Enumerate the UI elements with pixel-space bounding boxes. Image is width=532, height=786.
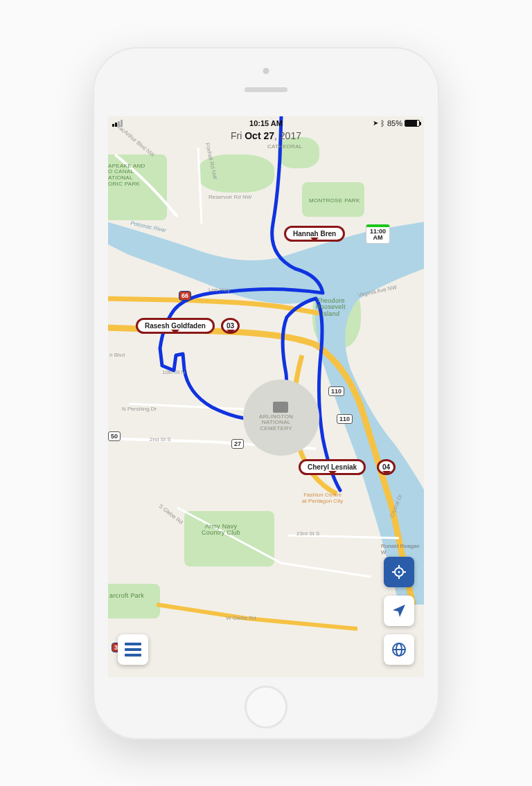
arrow-icon (391, 602, 407, 619)
label-cathedral: CATHEDRAL (267, 144, 303, 150)
globe-icon (391, 641, 407, 658)
pin-time-badge[interactable]: 11:00 AM (366, 224, 390, 244)
svg-point-1 (398, 571, 400, 573)
date-header[interactable]: Fri Oct 27, 2017 (108, 130, 424, 141)
menu-button[interactable] (118, 634, 148, 665)
label-23rd: 23rd St S (296, 530, 319, 537)
label-arlington: ARLINGTON NATIONAL CEMETERY (259, 414, 293, 432)
battery-percent: 85% (387, 119, 402, 127)
pin-hannah[interactable]: Hannah Bren (284, 226, 345, 242)
battery-icon (405, 120, 420, 127)
label-armynavy: Army Navy Country Club (202, 524, 240, 537)
label-montrose: Montrose Park (309, 198, 360, 204)
phone-speaker (245, 87, 287, 92)
pin-rasesh[interactable]: Rasesh Goldfaden (136, 318, 215, 334)
label-pentagon: Fashion Centre at Pentagon City (302, 492, 343, 504)
shield-i66: 66 (179, 291, 191, 301)
label-second: 2nd St S (150, 436, 171, 443)
label-roosevelt: Theodore Roosevelt Island (316, 298, 346, 319)
label-wglebe: W Glebe Rd (226, 615, 256, 621)
status-time: 10:15 AM (215, 119, 317, 127)
signal-bars-icon (112, 120, 123, 127)
label-chesapeake: apeake and o Canal ational oric Park (108, 163, 145, 188)
status-right: ➤ ᛒ 85% (317, 119, 420, 127)
navigate-button[interactable] (384, 596, 414, 626)
pin-rasesh-num[interactable]: 03 (221, 318, 240, 334)
label-reservoir: Reservoir Rd NW (209, 194, 251, 200)
phone-camera (263, 68, 269, 74)
label-barcroft: arcroft Park (109, 593, 144, 600)
shield-110b: 110 (337, 414, 353, 424)
locate-button[interactable] (384, 557, 414, 587)
app-screen[interactable]: 10:15 AM ➤ ᛒ 85% Fri Oct 27, 2017 (108, 116, 424, 677)
cemetery-icon (273, 402, 288, 413)
pin-cheryl[interactable]: Cheryl Lesniak (299, 459, 366, 475)
label-nblvd: n Blvd (109, 352, 125, 358)
shield-110a: 110 (328, 386, 344, 396)
label-pershing: N Pershing Dr (122, 406, 157, 412)
label-reagan: Ronald Reagan W (381, 543, 420, 555)
home-button[interactable] (245, 686, 287, 729)
date-prefix: Fri (231, 130, 245, 141)
location-icon: ➤ (373, 119, 378, 127)
shield-27: 27 (231, 439, 244, 449)
hamburger-icon (125, 643, 141, 657)
crosshair-icon (391, 564, 407, 580)
label-lee: Lee Hwy (209, 287, 230, 293)
date-main: Oct 27 (245, 130, 274, 141)
pin-time-line2: AM (370, 235, 386, 242)
phone-frame: 10:15 AM ➤ ᛒ 85% Fri Oct 27, 2017 (93, 47, 439, 740)
label-tenth: 10th St N (162, 369, 185, 375)
status-bar: 10:15 AM ➤ ᛒ 85% (108, 116, 424, 130)
pin-cheryl-num[interactable]: 04 (377, 459, 396, 475)
globe-button[interactable] (384, 634, 414, 665)
date-suffix: , 2017 (274, 130, 301, 141)
bluetooth-icon: ᛒ (380, 119, 385, 127)
shield-50: 50 (108, 431, 121, 441)
status-signal (112, 120, 215, 127)
